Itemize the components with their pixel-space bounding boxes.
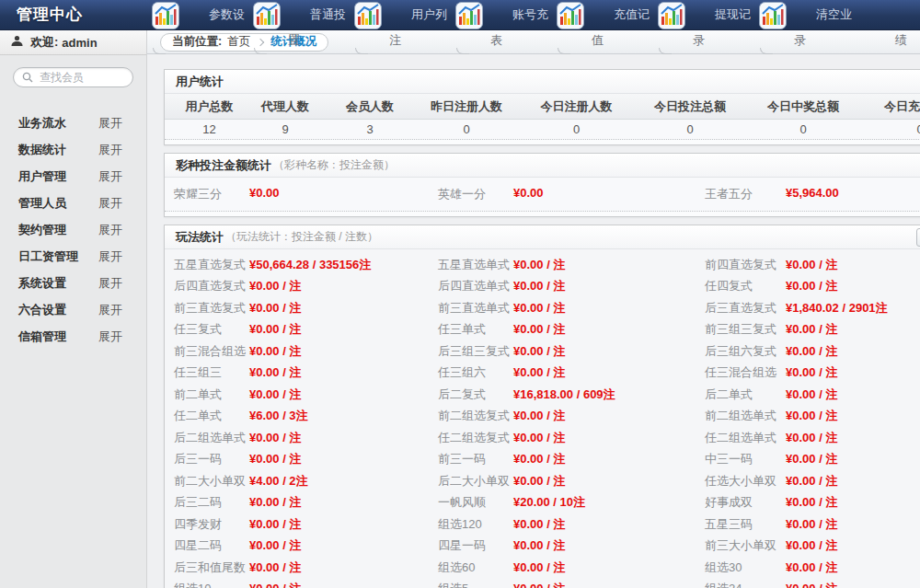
top-nav-label-overflow: 值	[592, 34, 604, 46]
chevron-right-icon	[257, 38, 264, 45]
sidebar-item-label: 数据统计	[18, 142, 98, 158]
play-value: ¥1,840.02 / 2901注	[786, 300, 920, 317]
play-stats-row: 任三复式 ¥0.00 / 注 任三单式 ¥0.00 / 注 前三组三复式 ¥0.…	[165, 319, 920, 341]
top-nav-item[interactable]: 参数设 置	[152, 0, 253, 29]
play-value: ¥0.00 / 注	[249, 494, 438, 511]
expand-toggle[interactable]: 展开	[98, 248, 122, 265]
section-title: 彩种投注金额统计	[176, 157, 271, 174]
username: admin	[62, 36, 97, 50]
play-name: 前二大小单双	[174, 473, 249, 490]
user-stats-column-header: 今日中奖总额	[746, 94, 860, 120]
play-stats-row: 后四直选复式 ¥0.00 / 注 后四直选单式 ¥0.00 / 注 任四复式 ¥…	[165, 276, 920, 298]
top-nav-label: 清空业	[816, 8, 855, 21]
play-value: ¥0.00 / 注	[513, 473, 705, 490]
top-nav-item[interactable]: 清空业 绩	[759, 0, 860, 29]
section-title: 用户统计	[176, 74, 224, 90]
play-stats-row: 四季发财 ¥0.00 / 注 组选120 ¥0.00 / 注 五星三码 ¥0.0…	[165, 513, 920, 536]
user-stats-value: 0	[860, 120, 920, 139]
expand-toggle[interactable]: 展开	[98, 222, 122, 238]
play-value: ¥0.00 / 注	[786, 559, 920, 576]
member-search	[13, 67, 133, 87]
sidebar-menu-item[interactable]: 日工资管理 展开	[0, 243, 146, 270]
top-navbar: 管理中心	[0, 0, 920, 30]
sidebar-menu-item[interactable]: 用户管理 展开	[0, 163, 146, 190]
sidebar-menu-item[interactable]: 六合设置 展开	[0, 296, 146, 323]
play-name: 前三直选复式	[174, 300, 249, 317]
sidebar-item-label: 用户管理	[18, 168, 98, 185]
tab-ear	[254, 48, 267, 54]
section-user-stats: 用户统计 用户总数代理人数会员人数昨日注册人数今日注册人数今日投注总额今日中奖总…	[164, 69, 920, 145]
user-icon	[11, 35, 23, 50]
time-button[interactable]: 时间	[916, 228, 920, 247]
play-value: ¥0.00 / 注	[249, 364, 438, 381]
play-stats-row: 前二单式 ¥0.00 / 注 后二复式 ¥16,818.00 / 609注 后二…	[165, 384, 920, 406]
expand-toggle[interactable]: 展开	[98, 168, 122, 185]
tab-ear	[558, 48, 570, 54]
top-nav-item[interactable]: 充值记 录	[557, 0, 658, 29]
user-stats-header: 用户统计	[165, 70, 920, 94]
user-stats-value: 9	[245, 120, 326, 139]
top-nav-label: 充值记	[614, 8, 652, 21]
user-stats-column-header: 今日投注总额	[634, 94, 746, 120]
sidebar-menu-item[interactable]: 业务流水 展开	[0, 110, 146, 136]
lottery-amount: ¥5,964.00	[786, 186, 920, 202]
play-name: 任三混合组选	[705, 364, 786, 381]
play-value: ¥0.00 / 注	[513, 278, 705, 294]
section-subtitle: （彩种名称：投注金额）	[273, 157, 395, 173]
play-name: 后三组六复式	[705, 343, 786, 360]
play-name: 后四直选复式	[174, 278, 249, 294]
top-nav-item[interactable]: 账号充 值	[455, 0, 557, 29]
play-name: 组选120	[438, 516, 513, 533]
top-nav-item[interactable]: 用户列 表	[354, 0, 455, 29]
sidebar-menu-item[interactable]: 系统设置 展开	[0, 270, 146, 296]
expand-toggle[interactable]: 展开	[98, 142, 122, 158]
play-value: ¥0.00 / 注	[249, 386, 438, 403]
play-value: ¥20.00 / 10注	[513, 494, 705, 511]
top-nav: 参数设 置	[147, 0, 920, 29]
sidebar-menu-item[interactable]: 契约管理 展开	[0, 216, 146, 243]
play-name: 组选60	[438, 559, 513, 576]
lottery-stats-header: 彩种投注金额统计 （彩种名称：投注金额）	[165, 154, 920, 178]
play-value: ¥0.00 / 注	[513, 537, 705, 554]
expand-toggle[interactable]: 展开	[98, 115, 122, 132]
bar-chart-icon	[152, 2, 179, 29]
play-value: ¥0.00 / 注	[249, 278, 438, 294]
user-stats-value: 0	[519, 120, 634, 139]
sidebar-item-label: 系统设置	[18, 275, 98, 292]
user-stats-value: 0	[414, 120, 519, 139]
top-nav-label: 参数设	[209, 8, 247, 21]
top-nav-label-overflow: 注	[389, 34, 401, 46]
tab-ear	[153, 48, 166, 54]
spacer	[165, 212, 920, 216]
play-name: 四星一码	[438, 537, 513, 554]
play-name: 前三混合组选	[174, 343, 249, 360]
play-value: ¥0.00 / 注	[786, 430, 920, 446]
section-lottery-stats: 彩种投注金额统计 （彩种名称：投注金额） 荣耀三分 ¥0.00 英雄一分 ¥0.…	[164, 153, 920, 217]
spacer	[165, 140, 920, 144]
play-name: 前三大小单双	[705, 537, 786, 554]
sidebar-menu-item[interactable]: 数据统计 展开	[0, 136, 146, 163]
sidebar-menu-item[interactable]: 信箱管理 展开	[0, 323, 146, 350]
expand-toggle[interactable]: 展开	[98, 302, 122, 318]
play-value: ¥0.00 / 注	[513, 559, 705, 576]
top-nav-label-overflow: 绩	[895, 34, 907, 46]
play-value: ¥0.00 / 注	[513, 257, 705, 273]
play-value: ¥0.00 / 注	[786, 364, 920, 381]
play-name: 好事成双	[705, 494, 786, 511]
play-value: ¥50,664.28 / 335156注	[249, 257, 438, 273]
user-stats-column-header: 会员人数	[326, 94, 414, 120]
expand-toggle[interactable]: 展开	[98, 195, 122, 212]
welcome-label: 欢迎:	[30, 34, 58, 51]
play-value: ¥0.00 / 注	[786, 343, 920, 360]
top-nav-label-overflow: 录	[794, 34, 806, 46]
lottery-stats-row: 荣耀三分 ¥0.00 英雄一分 ¥0.00 王者五分 ¥5,964.00	[165, 178, 920, 212]
play-value: ¥0.00 / 注	[513, 408, 705, 424]
bar-chart-icon	[759, 2, 787, 29]
play-value: ¥0.00 / 注	[513, 321, 705, 338]
expand-toggle[interactable]: 展开	[98, 275, 122, 292]
top-nav-item[interactable]: 提现记 录	[658, 0, 759, 29]
top-nav-item[interactable]: 普通投 注	[253, 0, 354, 29]
expand-toggle[interactable]: 展开	[98, 329, 122, 345]
app-root: 管理中心	[0, 0, 920, 588]
sidebar-menu-item[interactable]: 管理人员 展开	[0, 190, 146, 216]
